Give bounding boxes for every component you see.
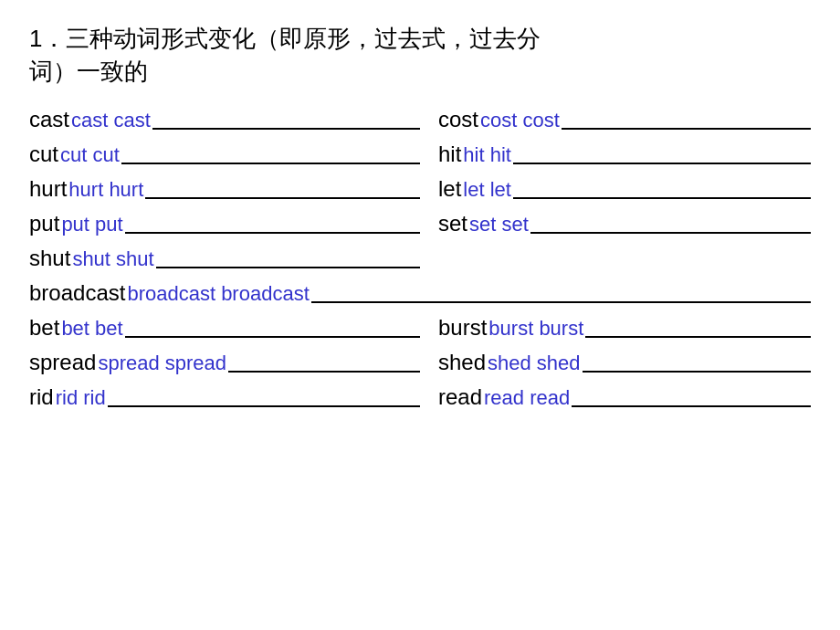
- label-shed: shed: [438, 350, 486, 375]
- item-cost: cost cost cost: [420, 105, 811, 134]
- answer-cast: cast cast: [71, 109, 151, 132]
- item-broadcast: broadcast broadcast broadcast: [29, 278, 811, 308]
- answer-let: let let: [463, 178, 511, 202]
- answer-put: put put: [61, 213, 122, 236]
- underline-broadcast: [311, 301, 811, 303]
- item-burst: burst burst burst: [420, 313, 811, 342]
- title: 1．三种动词形式变化（即原形，过去式，过去分 词）一致的: [29, 22, 811, 89]
- answer-set: set set: [469, 213, 529, 236]
- underline-read: [572, 405, 811, 407]
- label-hit: hit: [438, 142, 461, 167]
- item-hurt: hurt hurt hurt: [29, 174, 420, 204]
- item-cut: cut cut cut: [29, 140, 420, 169]
- title-line2: 词）一致的: [29, 58, 148, 85]
- item-put: put put put: [29, 209, 420, 238]
- label-cut: cut: [29, 142, 58, 167]
- label-cost: cost: [438, 107, 478, 132]
- underline-cut: [121, 163, 420, 164]
- underline-cost: [562, 128, 811, 130]
- label-read: read: [438, 384, 482, 410]
- label-let: let: [438, 176, 461, 202]
- underline-set: [530, 232, 811, 234]
- label-hurt: hurt: [29, 176, 67, 202]
- item-hit: hit hit hit: [420, 140, 811, 169]
- answer-bet: bet bet: [61, 317, 122, 341]
- label-shut: shut: [29, 246, 70, 271]
- label-rid: rid: [29, 384, 54, 410]
- item-shut: shut shut shut: [29, 244, 420, 273]
- underline-put: [125, 232, 420, 234]
- answer-cost: cost cost: [480, 109, 560, 132]
- label-cast: cast: [29, 107, 69, 132]
- underline-hit: [513, 163, 811, 164]
- answer-hit: hit hit: [463, 143, 511, 167]
- answer-cut: cut cut: [60, 143, 120, 167]
- item-spread: spread spread spread: [29, 348, 420, 377]
- item-let: let let let: [420, 174, 811, 204]
- item-set: set set set: [420, 209, 811, 238]
- item-rid: rid rid rid: [29, 383, 420, 412]
- label-bet: bet: [29, 315, 59, 341]
- item-shed: shed shed shed: [420, 348, 811, 377]
- underline-let: [513, 197, 811, 199]
- underline-bet: [125, 336, 420, 338]
- answer-broadcast: broadcast broadcast: [127, 282, 309, 306]
- answer-burst: burst burst: [488, 317, 583, 341]
- item-cast: cast cast cast: [29, 105, 420, 134]
- answer-rid: rid rid: [56, 386, 106, 410]
- label-put: put: [29, 211, 59, 236]
- label-spread: spread: [29, 350, 96, 375]
- item-read: read read read: [420, 383, 811, 412]
- answer-shut: shut shut: [72, 247, 153, 271]
- title-line1: 1．三种动词形式变化（即原形，过去式，过去分: [29, 25, 541, 52]
- label-broadcast: broadcast: [29, 280, 125, 306]
- underline-burst: [585, 336, 811, 338]
- label-set: set: [438, 211, 467, 236]
- content: cast cast cast cost cost cost cut cut cu…: [29, 105, 811, 417]
- answer-shed: shed shed: [488, 352, 581, 375]
- underline-shed: [583, 371, 811, 373]
- underline-rid: [108, 405, 420, 407]
- underline-hurt: [145, 197, 420, 199]
- answer-spread: spread spread: [98, 352, 226, 375]
- underline-shut: [156, 267, 420, 268]
- answer-hurt: hurt hurt: [68, 178, 143, 202]
- item-bet: bet bet bet: [29, 313, 420, 342]
- label-burst: burst: [438, 315, 487, 341]
- underline-spread: [228, 371, 420, 373]
- answer-read: read read: [484, 386, 570, 410]
- underline-cast: [152, 128, 420, 130]
